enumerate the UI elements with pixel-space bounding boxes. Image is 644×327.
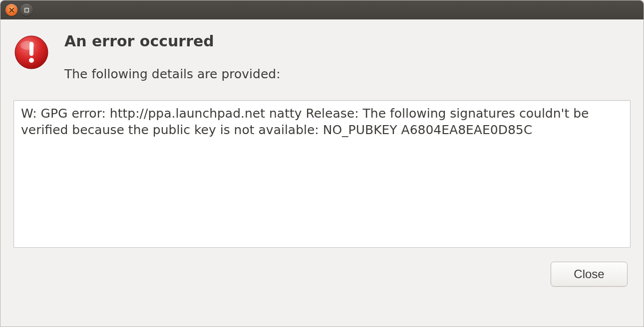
header-text: An error occurred The following details … [64, 32, 281, 81]
dialog-subtitle: The following details are provided: [64, 67, 281, 81]
error-dialog-window: An error occurred The following details … [0, 0, 644, 327]
window-minimize-button[interactable] [20, 4, 32, 16]
titlebar [0, 0, 644, 19]
svg-rect-2 [24, 8, 28, 12]
minimize-square-icon [24, 7, 29, 13]
button-row: Close [13, 262, 631, 287]
svg-rect-5 [29, 42, 33, 56]
window-close-button[interactable] [5, 4, 17, 16]
close-button-label: Close [574, 267, 604, 281]
header-row: An error occurred The following details … [13, 32, 631, 81]
error-details-text: W: GPG error: http://ppa.launchpad.net n… [21, 106, 589, 137]
close-x-icon [9, 7, 14, 13]
dialog-title: An error occurred [64, 32, 281, 50]
close-button[interactable]: Close [551, 262, 628, 287]
error-details-box[interactable]: W: GPG error: http://ppa.launchpad.net n… [13, 100, 631, 248]
dialog-content: An error occurred The following details … [0, 19, 644, 327]
svg-point-6 [29, 58, 34, 63]
error-icon-wrap [13, 32, 49, 81]
error-exclamation-icon [13, 34, 49, 70]
